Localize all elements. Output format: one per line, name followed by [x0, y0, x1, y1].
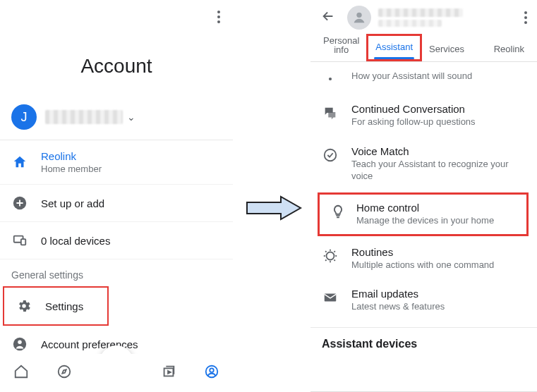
settings-text: Settings [45, 300, 83, 312]
svg-point-10 [356, 13, 361, 18]
dot-icon [322, 71, 339, 87]
item-voicematch-text: Voice Match Teach your Assistant to reco… [351, 145, 526, 183]
home-name: Reolink [41, 150, 102, 162]
home-row[interactable]: Reolink Home member [0, 140, 233, 185]
assistant-settings-list: How your Assistant will sound Continued … [310, 62, 537, 360]
assistant-settings-screen: Personal info Assistant Services Reolink… [310, 0, 537, 392]
svg-point-13 [327, 252, 334, 259]
home-icon [11, 154, 28, 171]
check-circle-icon [322, 147, 339, 164]
add-icon [11, 195, 28, 212]
item-continued-text: Continued Conversation For asking follow… [351, 103, 476, 128]
devices-row[interactable]: 0 local devices [0, 222, 233, 259]
item-email-updates[interactable]: Email updates Latest news & features [310, 279, 537, 321]
person-icon [11, 336, 28, 353]
home-role: Home member [41, 164, 102, 174]
svg-point-9 [210, 368, 214, 372]
svg-point-4 [18, 341, 22, 345]
tab-assistant[interactable]: Assistant [366, 34, 422, 61]
settings-row[interactable]: Settings [3, 286, 109, 326]
chevron-down-icon: ⌄ [127, 111, 135, 123]
item-voicematch-sub: Teach your Assistant to recognize your v… [351, 159, 526, 183]
item-email-text: Email updates Latest news & features [351, 288, 445, 313]
nav-home-icon[interactable] [13, 364, 29, 382]
item-voice-match[interactable]: Voice Match Teach your Assistant to reco… [310, 137, 537, 191]
item-routines-text: Routines Multiple actions with one comma… [351, 246, 494, 271]
item-email-sub: Latest news & features [351, 301, 445, 313]
tab-personal-info[interactable]: Personal info [316, 30, 366, 61]
tabbar: Personal info Assistant Services Reolink [310, 35, 537, 62]
item-continued-sub: For asking follow-up questions [351, 116, 476, 128]
nav-account-icon[interactable] [204, 364, 219, 382]
mail-icon [322, 289, 339, 306]
account-screen: Account J ⌄ Reolink Home member Set up o… [0, 0, 233, 392]
item-homecontrol-title: Home control [356, 202, 494, 214]
more-icon[interactable] [524, 11, 527, 24]
more-icon[interactable] [217, 11, 220, 23]
general-settings-header: General settings [0, 259, 233, 286]
nav-media-icon[interactable] [161, 364, 176, 382]
gear-icon [16, 298, 32, 314]
user-row[interactable]: J ⌄ [0, 97, 233, 140]
user-name-obscured [45, 110, 123, 124]
item-routines-sub: Multiple actions with one command [351, 259, 494, 271]
item-email-title: Email updates [351, 288, 445, 300]
svg-rect-2 [21, 239, 25, 245]
item-homecontrol-sub: Manage the devices in your home [356, 215, 494, 227]
svg-point-11 [329, 78, 332, 80]
svg-rect-14 [325, 294, 337, 302]
devices-icon [11, 232, 28, 249]
user-avatar[interactable] [347, 6, 371, 30]
arrow-icon [246, 194, 302, 222]
item-assistant-voice[interactable]: How your Assistant will sound [310, 65, 537, 94]
devices-text: 0 local devices [41, 235, 110, 247]
bottom-nav [0, 354, 233, 392]
setup-row[interactable]: Set up or add [0, 185, 233, 222]
left-topbar [0, 0, 233, 34]
assistant-devices-header: Assistant devices [310, 328, 537, 360]
svg-point-12 [325, 149, 337, 161]
tab-services[interactable]: Services [422, 38, 471, 61]
item-routines-title: Routines [351, 246, 494, 258]
user-info-obscured [378, 8, 524, 27]
back-icon[interactable] [320, 8, 336, 27]
item-voice-sub: How your Assistant will sound [351, 71, 472, 82]
tab-reolink[interactable]: Reolink [487, 38, 531, 61]
chat-icon [322, 104, 339, 121]
nav-discover-icon[interactable] [56, 364, 72, 382]
setup-label: Set up or add [41, 197, 104, 209]
item-homecontrol-text: Home control Manage the devices in your … [356, 202, 494, 227]
devices-label: 0 local devices [41, 235, 110, 247]
svg-point-6 [59, 366, 71, 378]
home-row-text: Reolink Home member [41, 150, 102, 174]
item-continued-title: Continued Conversation [351, 103, 476, 115]
avatar: J [11, 104, 37, 130]
item-routines[interactable]: Routines Multiple actions with one comma… [310, 238, 537, 280]
item-home-control[interactable]: Home control Manage the devices in your … [318, 192, 529, 236]
page-title: Account [0, 34, 233, 97]
setup-text: Set up or add [41, 197, 104, 209]
bulb-icon [330, 203, 346, 220]
item-voicematch-title: Voice Match [351, 145, 526, 157]
item-continued-conversation[interactable]: Continued Conversation For asking follow… [310, 94, 537, 137]
item-voice-text: How your Assistant will sound [351, 69, 472, 82]
tab-personal-line2: info [323, 45, 359, 54]
routines-icon [322, 247, 339, 264]
settings-label: Settings [45, 300, 83, 312]
